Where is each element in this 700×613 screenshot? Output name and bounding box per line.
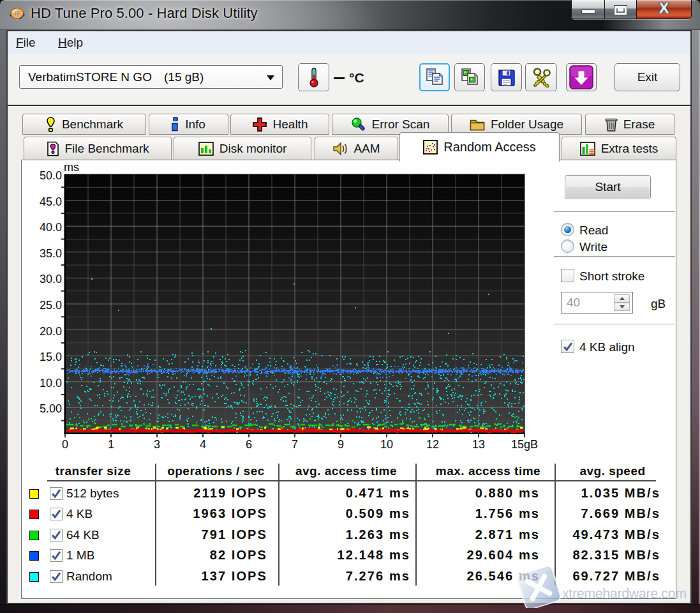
svg-text:xtremehardware.com: xtremehardware.com	[562, 586, 687, 602]
